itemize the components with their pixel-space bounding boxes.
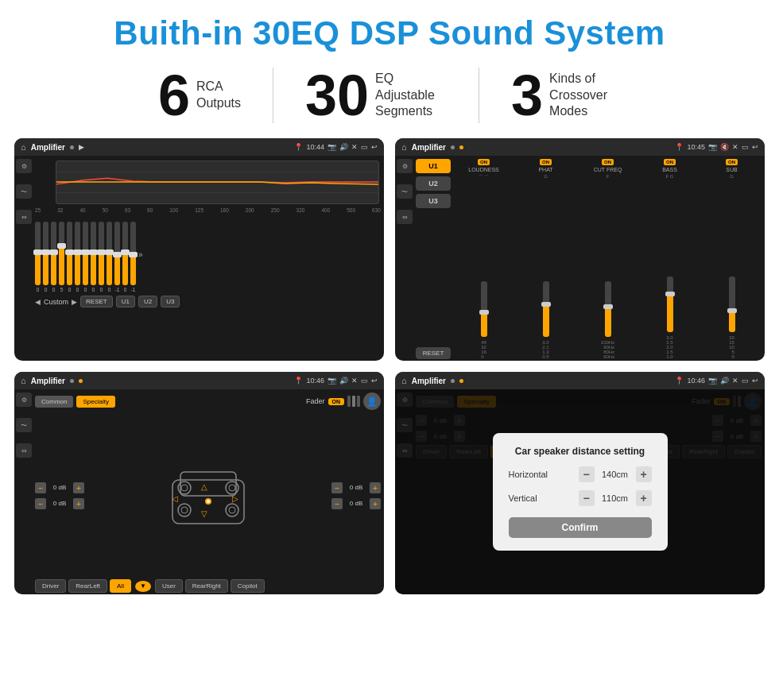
home-icon-dialog[interactable]: ⌂ xyxy=(401,376,407,385)
eq-slider-11[interactable]: -1 xyxy=(114,217,120,292)
dialog-horizontal-minus[interactable]: − xyxy=(579,466,595,482)
eq-reset-btn[interactable]: RESET xyxy=(80,296,113,307)
eq-slider-4[interactable]: 5 xyxy=(59,217,64,292)
fader-cam-icon: 📷 xyxy=(327,377,336,385)
fader-balance-icon[interactable]: ⇔ xyxy=(16,443,32,458)
dialog-cam-icon: 📷 xyxy=(708,377,717,385)
dialog-horizontal-plus[interactable]: + xyxy=(636,466,652,482)
eq-slider-6[interactable]: 0 xyxy=(75,217,80,292)
fader-vol-icon[interactable]: 🔊 xyxy=(339,377,348,385)
eq-u1-btn[interactable]: U1 xyxy=(116,296,135,307)
eq-balance-icon[interactable]: ⇔ xyxy=(16,210,32,224)
cx-bass-sub: F G xyxy=(666,174,674,179)
fader-all-btn[interactable]: All xyxy=(110,579,131,593)
close-icon[interactable]: ✕ xyxy=(351,143,358,151)
stat-number-crossover: 3 xyxy=(511,67,543,124)
cx-back-icon[interactable]: ↩ xyxy=(752,143,758,151)
cx-wave-icon[interactable]: 〜 xyxy=(397,184,413,199)
cx-vol-icon[interactable]: 🔇 xyxy=(720,143,729,151)
fader-user-btn[interactable]: User xyxy=(155,579,183,593)
eq-tune-icon[interactable]: ⚙ xyxy=(16,159,32,173)
fader-back-icon[interactable]: ↩ xyxy=(371,377,378,385)
eq-slider-12[interactable]: 0 xyxy=(122,217,128,292)
cx-balance-icon[interactable]: ⇔ xyxy=(397,210,413,224)
cx-reset-btn[interactable]: RESET xyxy=(416,347,451,359)
svg-text:▷: ▷ xyxy=(232,494,238,503)
screens-grid: ⌂ Amplifier ▶ 📍 10:44 📷 🔊 ✕ ▭ ↩ ⚙ 〜 ⇔ xyxy=(0,138,779,602)
eq-slider-3[interactable]: 0 xyxy=(51,217,56,292)
eq-slider-8[interactable]: 0 xyxy=(91,217,96,292)
eq-wave-icon[interactable]: 〜 xyxy=(16,184,32,199)
cx-cutfreq-sub: F xyxy=(607,174,610,179)
eq-next-btn[interactable]: ▶ xyxy=(72,298,77,306)
dialog-back-icon[interactable]: ↩ xyxy=(752,377,758,385)
cx-u2-btn[interactable]: U2 xyxy=(416,176,451,191)
fader-wave-icon[interactable]: 〜 xyxy=(16,418,32,432)
fader-minus-4[interactable]: − xyxy=(331,498,343,509)
fader-minus-2[interactable]: − xyxy=(35,498,46,509)
back-icon[interactable]: ↩ xyxy=(371,143,378,151)
eq-u3-btn[interactable]: U3 xyxy=(161,296,180,307)
fader-tab-specialty[interactable]: Specialty xyxy=(76,396,114,408)
fader-tune-icon[interactable]: ⚙ xyxy=(16,393,32,407)
fader-rearright-btn[interactable]: RearRight xyxy=(185,579,228,593)
cx-cutfreq-on[interactable]: ON xyxy=(602,159,614,165)
cx-u3-btn[interactable]: U3 xyxy=(416,194,451,208)
eq-prev-btn[interactable]: ◀ xyxy=(35,298,41,306)
dialog-horizontal-row: Horizontal − 140cm + xyxy=(509,466,652,482)
cx-min-icon[interactable]: ▭ xyxy=(742,143,749,151)
minimize-icon[interactable]: ▭ xyxy=(361,143,368,151)
fader-min-icon[interactable]: ▭ xyxy=(361,377,368,385)
cx-phat-label: PHAT xyxy=(538,167,552,172)
dialog-app-name: Amplifier xyxy=(412,377,446,385)
eq-slider-2[interactable]: 0 xyxy=(43,217,48,292)
eq-u2-btn[interactable]: U2 xyxy=(138,296,157,307)
fader-rearleft-btn[interactable]: RearLeft xyxy=(68,579,107,593)
fader-val-1: 0 dB xyxy=(48,484,71,491)
eq-slider-9[interactable]: 0 xyxy=(99,217,104,292)
fader-down-arrow[interactable]: ▼ xyxy=(135,581,151,592)
cx-status-bar: ⌂ Amplifier 📍 10:45 📷 🔇 ✕ ▭ ↩ xyxy=(395,138,765,156)
cx-sub-on[interactable]: ON xyxy=(726,159,738,165)
dialog-loc-icon: 📍 xyxy=(675,377,684,385)
vol-icon[interactable]: 🔊 xyxy=(339,143,348,151)
fader-copilot-btn[interactable]: Copilot xyxy=(231,579,265,593)
dialog-vol-icon[interactable]: 🔊 xyxy=(720,377,729,385)
play-icon[interactable]: ▶ xyxy=(79,143,84,151)
eq-more-icon[interactable]: » xyxy=(138,250,143,259)
cx-phat-on[interactable]: ON xyxy=(540,159,552,165)
fader-dot1 xyxy=(70,379,74,383)
home-icon-fader[interactable]: ⌂ xyxy=(21,376,26,385)
home-icon-cx[interactable]: ⌂ xyxy=(401,142,407,152)
eq-slider-10[interactable]: 0 xyxy=(107,217,112,292)
cx-loudness-on[interactable]: ON xyxy=(478,159,490,165)
eq-slider-5[interactable]: 0 xyxy=(67,217,72,292)
fader-plus-4[interactable]: + xyxy=(370,498,381,509)
eq-slider-7[interactable]: 0 xyxy=(83,217,88,292)
fader-plus-1[interactable]: + xyxy=(73,482,84,493)
fader-person-icon[interactable]: 👤 xyxy=(363,393,381,410)
cx-tune-icon[interactable]: ⚙ xyxy=(397,159,413,173)
fader-close-icon[interactable]: ✕ xyxy=(351,377,358,385)
fader-plus-2[interactable]: + xyxy=(73,498,84,509)
fader-minus-3[interactable]: − xyxy=(331,482,343,493)
dialog-vertical-plus[interactable]: + xyxy=(636,490,652,506)
cx-bass-on[interactable]: ON xyxy=(664,159,676,165)
dialog-min-icon[interactable]: ▭ xyxy=(742,377,749,385)
fader-on-pill[interactable]: ON xyxy=(328,398,345,405)
dialog-close-icon[interactable]: ✕ xyxy=(732,377,738,385)
cx-close-icon[interactable]: ✕ xyxy=(732,143,738,151)
dialog-confirm-button[interactable]: Confirm xyxy=(509,517,652,538)
fader-bar2 xyxy=(352,396,355,407)
fader-app-name: Amplifier xyxy=(31,377,65,385)
cx-u1-btn[interactable]: U1 xyxy=(416,159,451,173)
fader-driver-btn[interactable]: Driver xyxy=(35,579,66,593)
car-diagram: △ ▽ ◁ ▷ xyxy=(91,415,325,576)
eq-slider-1[interactable]: 0 xyxy=(35,217,41,292)
fader-minus-1[interactable]: − xyxy=(35,482,46,493)
home-icon-eq[interactable]: ⌂ xyxy=(21,142,26,152)
fader-plus-3[interactable]: + xyxy=(370,482,381,493)
eq-slider-13[interactable]: -1 xyxy=(130,217,136,292)
dialog-vertical-minus[interactable]: − xyxy=(579,490,595,506)
fader-tab-common[interactable]: Common xyxy=(35,396,73,408)
